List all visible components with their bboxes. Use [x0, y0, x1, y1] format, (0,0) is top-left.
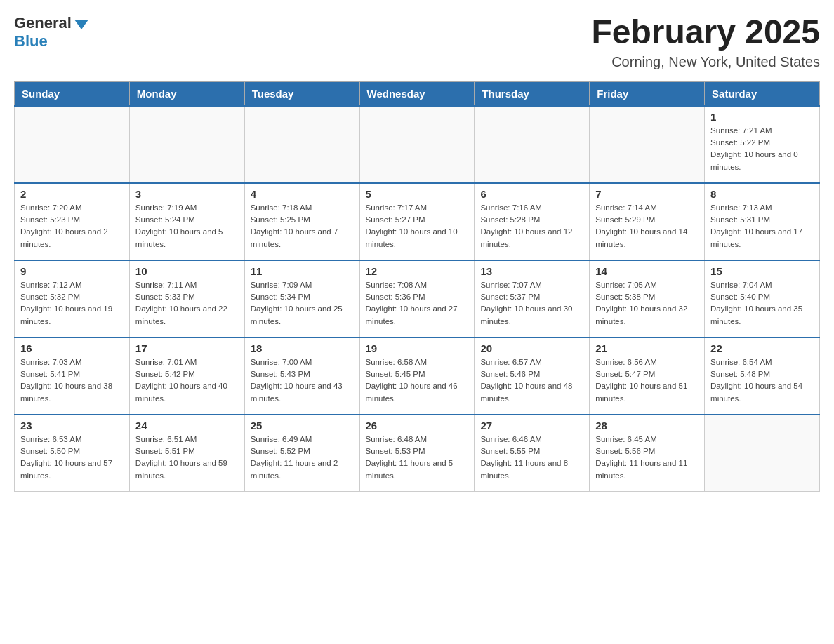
day-number: 8 [710, 188, 814, 200]
page-header: General Blue February 2025 Corning, New … [14, 14, 820, 70]
calendar-cell: 19Sunrise: 6:58 AMSunset: 5:45 PMDayligh… [359, 337, 475, 415]
calendar-cell: 8Sunrise: 7:13 AMSunset: 5:31 PMDaylight… [705, 183, 820, 260]
day-number: 7 [595, 188, 699, 200]
day-info: Sunrise: 7:21 AMSunset: 5:22 PMDaylight:… [710, 125, 814, 173]
day-number: 2 [20, 188, 124, 200]
day-number: 21 [595, 342, 699, 354]
weekday-header-friday: Friday [590, 81, 705, 106]
logo: General Blue [14, 14, 88, 51]
calendar-cell: 15Sunrise: 7:04 AMSunset: 5:40 PMDayligh… [705, 260, 820, 337]
calendar-cell: 21Sunrise: 6:56 AMSunset: 5:47 PMDayligh… [590, 337, 705, 415]
calendar-cell: 16Sunrise: 7:03 AMSunset: 5:41 PMDayligh… [15, 337, 130, 415]
day-number: 23 [20, 420, 124, 431]
calendar-cell: 23Sunrise: 6:53 AMSunset: 5:50 PMDayligh… [15, 415, 130, 492]
day-number: 10 [135, 265, 239, 277]
calendar-cell: 12Sunrise: 7:08 AMSunset: 5:36 PMDayligh… [359, 260, 475, 337]
day-info: Sunrise: 6:45 AMSunset: 5:56 PMDaylight:… [595, 434, 699, 482]
calendar-cell [359, 106, 475, 183]
day-info: Sunrise: 6:58 AMSunset: 5:45 PMDaylight:… [366, 356, 469, 405]
calendar-cell: 13Sunrise: 7:07 AMSunset: 5:37 PMDayligh… [475, 260, 590, 337]
logo-triangle-icon [74, 20, 88, 29]
calendar-cell: 22Sunrise: 6:54 AMSunset: 5:48 PMDayligh… [705, 337, 820, 415]
day-number: 16 [20, 342, 124, 354]
weekday-header-wednesday: Wednesday [359, 81, 475, 106]
title-block: February 2025 Corning, New York, United … [591, 14, 820, 70]
day-info: Sunrise: 7:08 AMSunset: 5:36 PMDaylight:… [366, 279, 469, 328]
day-number: 5 [366, 188, 469, 200]
week-row-5: 23Sunrise: 6:53 AMSunset: 5:50 PMDayligh… [15, 415, 820, 492]
week-row-3: 9Sunrise: 7:12 AMSunset: 5:32 PMDaylight… [15, 260, 820, 337]
calendar-cell: 1Sunrise: 7:21 AMSunset: 5:22 PMDaylight… [705, 106, 820, 183]
day-number: 18 [251, 342, 354, 354]
calendar-cell: 20Sunrise: 6:57 AMSunset: 5:46 PMDayligh… [475, 337, 590, 415]
day-info: Sunrise: 7:03 AMSunset: 5:41 PMDaylight:… [20, 356, 124, 405]
day-info: Sunrise: 6:46 AMSunset: 5:55 PMDaylight:… [480, 434, 583, 482]
calendar-cell [244, 106, 359, 183]
day-info: Sunrise: 7:00 AMSunset: 5:43 PMDaylight:… [251, 356, 354, 405]
day-info: Sunrise: 7:05 AMSunset: 5:38 PMDaylight:… [595, 279, 699, 328]
calendar-cell [15, 106, 130, 183]
logo-blue-text: Blue [14, 32, 48, 51]
week-row-1: 1Sunrise: 7:21 AMSunset: 5:22 PMDaylight… [15, 106, 820, 183]
day-info: Sunrise: 6:54 AMSunset: 5:48 PMDaylight:… [710, 356, 814, 405]
day-info: Sunrise: 6:49 AMSunset: 5:52 PMDaylight:… [251, 434, 354, 482]
day-number: 28 [595, 420, 699, 431]
calendar-cell: 27Sunrise: 6:46 AMSunset: 5:55 PMDayligh… [475, 415, 590, 492]
day-number: 26 [366, 420, 469, 431]
day-info: Sunrise: 7:14 AMSunset: 5:29 PMDaylight:… [595, 202, 699, 250]
day-info: Sunrise: 7:01 AMSunset: 5:42 PMDaylight:… [135, 356, 239, 405]
calendar-cell [475, 106, 590, 183]
day-info: Sunrise: 6:53 AMSunset: 5:50 PMDaylight:… [20, 434, 124, 482]
day-info: Sunrise: 7:11 AMSunset: 5:33 PMDaylight:… [135, 279, 239, 328]
day-number: 3 [135, 188, 239, 200]
day-info: Sunrise: 7:09 AMSunset: 5:34 PMDaylight:… [251, 279, 354, 328]
calendar-cell: 5Sunrise: 7:17 AMSunset: 5:27 PMDaylight… [359, 183, 475, 260]
calendar-cell: 7Sunrise: 7:14 AMSunset: 5:29 PMDaylight… [590, 183, 705, 260]
week-row-2: 2Sunrise: 7:20 AMSunset: 5:23 PMDaylight… [15, 183, 820, 260]
day-number: 11 [251, 265, 354, 277]
day-number: 19 [366, 342, 469, 354]
weekday-header-tuesday: Tuesday [244, 81, 359, 106]
calendar-cell [705, 415, 820, 492]
day-info: Sunrise: 7:17 AMSunset: 5:27 PMDaylight:… [366, 202, 469, 250]
calendar-cell: 11Sunrise: 7:09 AMSunset: 5:34 PMDayligh… [244, 260, 359, 337]
day-info: Sunrise: 7:20 AMSunset: 5:23 PMDaylight:… [20, 202, 124, 250]
day-info: Sunrise: 7:04 AMSunset: 5:40 PMDaylight:… [710, 279, 814, 328]
calendar-cell [129, 106, 244, 183]
day-number: 27 [480, 420, 583, 431]
day-number: 15 [710, 265, 814, 277]
day-number: 4 [251, 188, 354, 200]
calendar-cell: 25Sunrise: 6:49 AMSunset: 5:52 PMDayligh… [244, 415, 359, 492]
day-info: Sunrise: 7:13 AMSunset: 5:31 PMDaylight:… [710, 202, 814, 250]
day-number: 20 [480, 342, 583, 354]
day-info: Sunrise: 6:48 AMSunset: 5:53 PMDaylight:… [366, 434, 469, 482]
weekday-header-monday: Monday [129, 81, 244, 106]
day-info: Sunrise: 6:51 AMSunset: 5:51 PMDaylight:… [135, 434, 239, 482]
calendar-table: SundayMondayTuesdayWednesdayThursdayFrid… [14, 81, 820, 492]
day-info: Sunrise: 6:57 AMSunset: 5:46 PMDaylight:… [480, 356, 583, 405]
day-info: Sunrise: 7:18 AMSunset: 5:25 PMDaylight:… [251, 202, 354, 250]
day-number: 14 [595, 265, 699, 277]
calendar-cell: 10Sunrise: 7:11 AMSunset: 5:33 PMDayligh… [129, 260, 244, 337]
calendar-cell: 18Sunrise: 7:00 AMSunset: 5:43 PMDayligh… [244, 337, 359, 415]
calendar-cell: 3Sunrise: 7:19 AMSunset: 5:24 PMDaylight… [129, 183, 244, 260]
logo-general-text: General [14, 14, 88, 32]
calendar-cell: 24Sunrise: 6:51 AMSunset: 5:51 PMDayligh… [129, 415, 244, 492]
day-number: 13 [480, 265, 583, 277]
day-number: 22 [710, 342, 814, 354]
calendar-cell: 9Sunrise: 7:12 AMSunset: 5:32 PMDaylight… [15, 260, 130, 337]
calendar-cell: 6Sunrise: 7:16 AMSunset: 5:28 PMDaylight… [475, 183, 590, 260]
weekday-header-row: SundayMondayTuesdayWednesdayThursdayFrid… [15, 81, 820, 106]
day-number: 1 [710, 111, 814, 123]
day-number: 12 [366, 265, 469, 277]
day-number: 6 [480, 188, 583, 200]
day-info: Sunrise: 7:12 AMSunset: 5:32 PMDaylight:… [20, 279, 124, 328]
day-info: Sunrise: 7:07 AMSunset: 5:37 PMDaylight:… [480, 279, 583, 328]
weekday-header-sunday: Sunday [15, 81, 130, 106]
weekday-header-saturday: Saturday [705, 81, 820, 106]
day-number: 25 [251, 420, 354, 431]
page-subtitle: Corning, New York, United States [591, 54, 820, 70]
calendar-cell [590, 106, 705, 183]
weekday-header-thursday: Thursday [475, 81, 590, 106]
day-number: 24 [135, 420, 239, 431]
